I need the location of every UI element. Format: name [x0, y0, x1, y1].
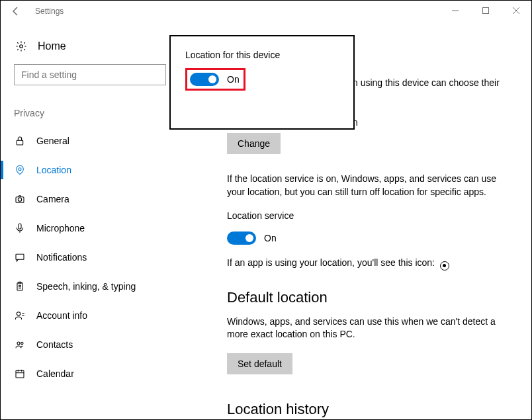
calendar-icon [14, 368, 26, 379]
contacts-icon [14, 339, 26, 350]
gear-icon [15, 40, 27, 52]
location-service-label: Location service [227, 210, 511, 221]
account-icon [14, 310, 26, 321]
svg-rect-3 [17, 140, 22, 145]
titlebar: Settings [1, 1, 531, 22]
svg-point-18 [21, 342, 23, 344]
sidebar-item-label: Contacts [36, 339, 73, 350]
svg-point-4 [19, 168, 21, 171]
toggle-pill-icon [190, 73, 219, 86]
sidebar-item-label: Camera [36, 194, 69, 204]
clipboard-icon [14, 281, 26, 292]
callout-box: Location for this device On [169, 35, 355, 130]
sidebar-item-account[interactable]: Account info [14, 301, 194, 330]
device-location-toggle[interactable]: On [190, 73, 240, 86]
svg-point-17 [17, 342, 20, 345]
default-location-heading: Default location [227, 289, 511, 306]
search-input[interactable] [14, 64, 166, 85]
svg-rect-7 [19, 224, 21, 229]
camera-icon [14, 194, 26, 204]
sidebar-item-label: Speech, inking, & typing [36, 281, 136, 292]
sidebar-item-contacts[interactable]: Contacts [14, 330, 194, 359]
sidebar-item-calendar[interactable]: Calendar [14, 359, 194, 388]
sidebar-item-label: Account info [36, 310, 87, 321]
svg-rect-19 [16, 370, 24, 378]
set-default-button[interactable]: Set default [227, 353, 292, 374]
microphone-icon [14, 223, 26, 233]
sidebar-item-camera[interactable]: Camera [14, 185, 194, 214]
notifications-icon [14, 252, 26, 263]
back-icon[interactable] [7, 3, 23, 19]
change-button[interactable]: Change [227, 133, 281, 154]
minimize-button[interactable] [440, 1, 470, 21]
window-controls [440, 1, 531, 21]
location-service-paragraph: If the location service is on, Windows, … [227, 173, 511, 198]
window-title: Settings [35, 7, 64, 16]
callout-title: Location for this device [185, 50, 339, 60]
sidebar-group-label: Privacy [14, 108, 194, 118]
svg-point-6 [18, 198, 21, 201]
app-icon-hint: If an app is using your location, you'll… [227, 257, 511, 271]
sidebar-item-label: Calendar [36, 368, 74, 379]
sidebar-item-speech[interactable]: Speech, inking, & typing [14, 272, 194, 301]
toggle-pill-icon [227, 231, 256, 245]
location-history-heading: Location history [227, 401, 329, 418]
location-indicator-icon [440, 261, 449, 271]
toggle-state-label: On [227, 74, 240, 85]
sidebar-item-location[interactable]: Location [14, 155, 194, 185]
svg-rect-1 [483, 8, 489, 14]
home-nav[interactable]: Home [14, 22, 194, 64]
close-button[interactable] [501, 1, 531, 21]
svg-point-14 [17, 312, 20, 315]
sidebar-item-label: Microphone [36, 223, 85, 233]
svg-point-2 [20, 45, 23, 48]
location-service-toggle[interactable]: On [227, 231, 511, 245]
svg-rect-8 [16, 254, 24, 259]
sidebar-item-label: Location [36, 165, 71, 175]
sidebar-item-microphone[interactable]: Microphone [14, 214, 194, 243]
maximize-button[interactable] [470, 1, 501, 21]
home-label: Home [38, 40, 66, 52]
default-location-paragraph: Windows, apps, and services can use this… [227, 315, 511, 341]
toggle-state-label: On [264, 233, 277, 243]
location-icon [14, 165, 26, 175]
sidebar-item-label: General [36, 136, 69, 146]
callout-highlight: On [185, 68, 245, 91]
sidebar-item-general[interactable]: General [14, 126, 194, 155]
sidebar-item-label: Notifications [36, 252, 87, 263]
lock-icon [14, 136, 26, 146]
sidebar-item-notifications[interactable]: Notifications [14, 243, 194, 272]
